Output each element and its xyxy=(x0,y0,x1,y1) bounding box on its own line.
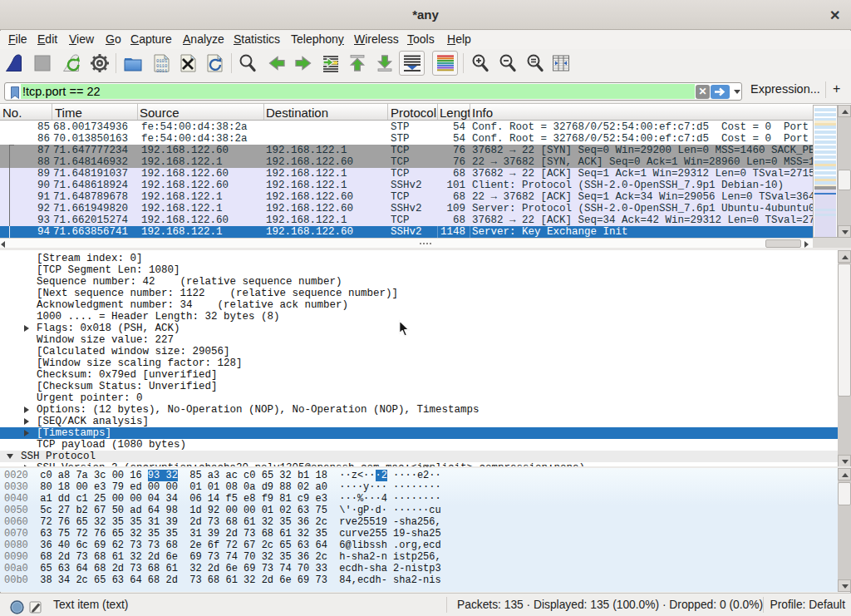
svg-text:0011: 0011 xyxy=(156,68,168,73)
